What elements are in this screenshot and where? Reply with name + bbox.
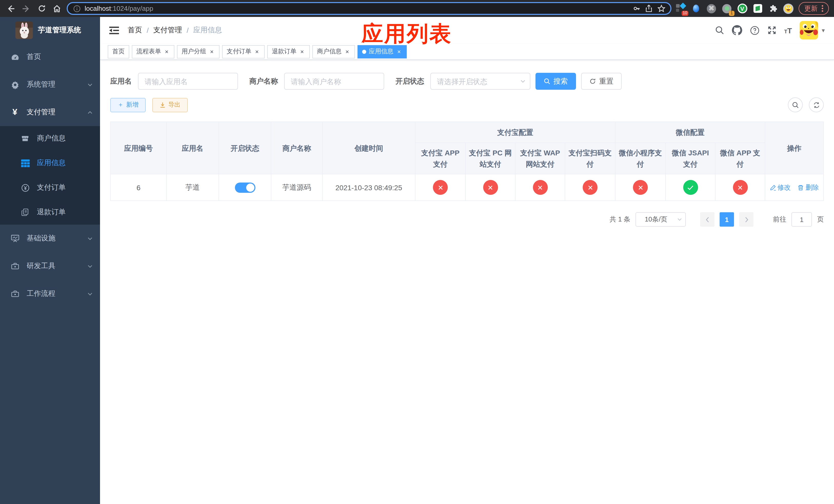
reload-icon[interactable] <box>36 3 47 14</box>
col-wx-mini: 微信小程序支付 <box>615 143 665 174</box>
toolbox-icon <box>10 262 20 270</box>
tab-pay-order[interactable]: 支付订单× <box>222 45 265 58</box>
status-select[interactable] <box>430 73 530 90</box>
browser-menu-icon[interactable] <box>822 5 823 12</box>
app-title: 芋道管理系统 <box>38 25 81 35</box>
sidebar-item-system[interactable]: 系统管理 <box>0 71 100 98</box>
sidebar-item-refund-orders[interactable]: 退款订单 <box>0 200 100 225</box>
prev-page-button[interactable] <box>700 212 715 227</box>
sidebar-item-merchant-info[interactable]: 商户信息 <box>0 126 100 151</box>
url-text: localhost:1024/pay/app <box>85 5 153 12</box>
fullscreen-icon[interactable] <box>767 26 776 35</box>
group-alipay-config: 支付宝配置 <box>415 122 615 143</box>
wx-mini-status-icon <box>633 180 648 195</box>
page-size-select[interactable] <box>636 212 686 227</box>
close-icon[interactable]: × <box>396 48 402 55</box>
tab-user-group[interactable]: 用户分组× <box>177 45 220 58</box>
breadcrumb-current: 应用信息 <box>193 26 222 35</box>
table-row: 6 芋道 芋道源码 2021-10-23 08:49:25 <box>111 174 824 201</box>
yen-icon: ¥ <box>10 107 20 117</box>
col-alipay-wap: 支付宝 WAP 网站支付 <box>515 143 565 174</box>
avatar-caret-icon[interactable]: ▼ <box>821 27 826 33</box>
table-refresh-button[interactable] <box>809 97 824 112</box>
merchant-name-input[interactable] <box>284 73 384 90</box>
command-extension-icon[interactable]: ⌘ <box>706 3 717 14</box>
sidebar-item-infra[interactable]: 基础设施 <box>0 225 100 252</box>
col-app-name: 应用名 <box>167 122 219 174</box>
sidebar-collapse-icon[interactable] <box>108 25 119 36</box>
goto-page-input[interactable] <box>791 212 812 227</box>
sidebar-item-payment[interactable]: ¥ 支付管理 <box>0 98 100 126</box>
logo-rabbit-icon <box>15 21 33 39</box>
recorder-extension-icon[interactable]: 1 <box>722 3 732 14</box>
close-icon[interactable]: × <box>163 48 170 55</box>
translate-badge: 10 <box>682 10 688 16</box>
delete-link[interactable]: 删除 <box>798 183 819 192</box>
tab-merchant-info[interactable]: 商户信息× <box>312 45 355 58</box>
breadcrumb: 首页 / 支付管理 / 应用信息 <box>128 26 222 35</box>
tab-app-info[interactable]: 应用信息× <box>357 45 407 58</box>
col-app-id: 应用编号 <box>111 122 167 174</box>
app-logo[interactable]: 芋道管理系统 <box>0 17 100 43</box>
tab-home[interactable]: 首页 <box>108 45 129 58</box>
top-navbar: 首页 / 支付管理 / 应用信息 应用列表 <box>100 17 834 44</box>
app-name-input[interactable] <box>138 73 238 90</box>
balloon-extension-icon[interactable] <box>691 3 701 14</box>
v-extension-icon[interactable]: V <box>737 3 747 14</box>
search-icon[interactable] <box>715 26 724 35</box>
col-status: 开启状态 <box>219 122 271 174</box>
app-table: 应用编号 应用名 开启状态 商户名称 创建时间 支付宝配置 微信配置 操作 支付… <box>110 121 824 201</box>
close-icon[interactable]: × <box>299 48 305 55</box>
github-icon[interactable] <box>732 25 742 36</box>
close-icon[interactable]: × <box>254 48 260 55</box>
sidebar-item-devtools[interactable]: 研发工具 <box>0 252 100 280</box>
back-icon[interactable] <box>5 3 16 14</box>
browser-update-button[interactable]: 更新 <box>798 2 829 15</box>
payment-submenu: 商户信息 应用信息 支付订单 退款订单 <box>0 126 100 225</box>
sidebar-item-pay-orders[interactable]: 支付订单 <box>0 175 100 200</box>
puzzle-extensions-icon[interactable] <box>768 3 778 14</box>
close-icon[interactable]: × <box>209 48 215 55</box>
wx-jsapi-status-icon <box>683 180 698 195</box>
enabled-toggle[interactable] <box>235 182 255 192</box>
export-button[interactable]: 导出 <box>152 98 188 112</box>
sidebar-item-app-info[interactable]: 应用信息 <box>0 151 100 175</box>
sidebar-item-home[interactable]: 首页 <box>0 43 100 71</box>
tab-refund-order[interactable]: 退款订单× <box>267 45 310 58</box>
close-icon[interactable]: × <box>344 48 350 55</box>
bookmark-star-icon[interactable] <box>657 3 665 14</box>
user-avatar[interactable] <box>799 21 818 40</box>
share-icon[interactable] <box>645 3 653 14</box>
tab-process-form[interactable]: 流程表单× <box>132 45 174 58</box>
translate-extension-icon[interactable]: 10 <box>676 3 686 14</box>
cell-merchant: 芋道源码 <box>271 174 322 201</box>
profile-avatar-icon[interactable] <box>783 3 793 14</box>
breadcrumb-home[interactable]: 首页 <box>128 26 142 35</box>
extension-strip: 10 ⌘ 1 V 更新 <box>676 2 829 15</box>
page-number-1[interactable]: 1 <box>720 212 734 227</box>
search-button[interactable]: 搜索 <box>535 73 576 90</box>
address-bar[interactable]: localhost:1024/pay/app <box>67 2 672 15</box>
browser-toolbar: localhost:1024/pay/app 10 ⌘ 1 V <box>0 0 834 17</box>
site-info-icon[interactable] <box>73 5 81 12</box>
chevron-down-icon <box>87 291 93 297</box>
next-page-button[interactable] <box>739 212 753 227</box>
home-icon[interactable] <box>51 3 63 14</box>
active-dot-icon <box>362 49 366 53</box>
reset-button[interactable]: 重置 <box>581 73 622 90</box>
chevron-up-icon <box>87 110 93 115</box>
help-icon[interactable] <box>750 25 760 35</box>
password-key-icon[interactable] <box>632 3 641 14</box>
sidebar-item-workflow[interactable]: 工作流程 <box>0 280 100 307</box>
cell-app-id: 6 <box>111 174 167 201</box>
notes-extension-icon[interactable] <box>752 3 763 14</box>
briefcase-icon <box>10 290 20 298</box>
edit-link[interactable]: 修改 <box>770 183 791 192</box>
breadcrumb-payment[interactable]: 支付管理 <box>153 26 182 35</box>
font-size-icon[interactable]: TT <box>784 26 792 35</box>
add-button[interactable]: ＋ 新增 <box>110 98 146 112</box>
recorder-badge: 1 <box>729 10 734 16</box>
forward-icon[interactable] <box>21 3 32 14</box>
grid-table-icon <box>21 159 30 167</box>
table-search-toggle-button[interactable] <box>788 97 803 112</box>
